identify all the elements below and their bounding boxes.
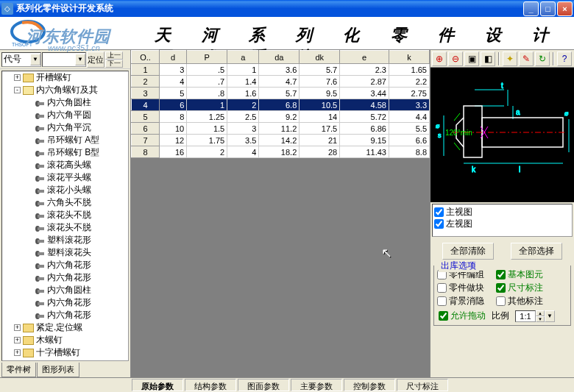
grid-row[interactable]: 581.252.59.2145.724.4 bbox=[132, 111, 430, 123]
grid-cell[interactable]: 4 bbox=[132, 99, 160, 111]
close-button[interactable]: × bbox=[557, 1, 573, 16]
tree-item[interactable]: 内六角平圆 bbox=[2, 109, 128, 121]
tree-item[interactable]: +紧定.定位螺 bbox=[2, 321, 128, 334]
grid-cell[interactable]: 28 bbox=[300, 146, 340, 158]
tree-item[interactable]: 六角头不脱 bbox=[2, 196, 128, 209]
grid-cell[interactable]: 6.86 bbox=[340, 123, 389, 135]
tree-item[interactable]: 内六角圆柱 bbox=[2, 284, 128, 296]
grid-cell[interactable]: 9.5 bbox=[300, 88, 340, 99]
grid-header[interactable]: a bbox=[227, 51, 259, 64]
ratio-input[interactable] bbox=[515, 310, 536, 322]
grid-cell[interactable]: 8 bbox=[132, 146, 160, 158]
grid-cell[interactable]: 4.7 bbox=[259, 76, 300, 88]
grid-cell[interactable]: .5 bbox=[187, 64, 227, 76]
grid-cell[interactable]: .8 bbox=[187, 88, 227, 99]
grid-cell[interactable]: 6 bbox=[132, 123, 160, 135]
grid-cell[interactable]: 1.65 bbox=[389, 64, 429, 76]
status-orig-param[interactable]: 原始参数 bbox=[132, 379, 183, 391]
select-all-button[interactable]: 全部选择 bbox=[511, 243, 562, 260]
chevron-down-icon[interactable]: ▼ bbox=[75, 54, 85, 65]
grid-cell[interactable]: 21 bbox=[300, 135, 340, 146]
grid-cell[interactable]: 1 bbox=[227, 64, 259, 76]
search-combo[interactable]: ▼ bbox=[42, 52, 86, 67]
grid-row[interactable]: 6101.5311.217.56.865.5 bbox=[132, 123, 430, 135]
tree-item[interactable]: 滚花头不脱 bbox=[2, 221, 128, 234]
other-anno-check[interactable] bbox=[496, 296, 506, 306]
grid-cell[interactable]: 3.3 bbox=[389, 99, 429, 111]
grid-cell[interactable]: 1 bbox=[132, 64, 160, 76]
tree-expander-icon[interactable]: + bbox=[14, 349, 21, 356]
grid-cell[interactable]: 5 bbox=[160, 88, 187, 99]
code-combo[interactable]: ▼ bbox=[1, 52, 41, 67]
grid-cell[interactable]: 5.72 bbox=[340, 111, 389, 123]
status-main-param[interactable]: 主要参数 bbox=[291, 379, 342, 391]
grid-cell[interactable]: 4 bbox=[227, 146, 259, 158]
grid-cell[interactable]: 3.6 bbox=[259, 64, 300, 76]
grid-row[interactable]: 7121.753.514.2219.156.6 bbox=[132, 135, 430, 146]
front-view-check[interactable] bbox=[434, 207, 444, 217]
tree-expander-icon[interactable]: + bbox=[14, 324, 21, 331]
status-struct-param[interactable]: 结构参数 bbox=[185, 379, 236, 391]
tree-expander-icon[interactable]: + bbox=[14, 74, 21, 81]
grid-cell[interactable]: 2 bbox=[132, 76, 160, 88]
grid-cell[interactable]: 8 bbox=[160, 111, 187, 123]
tree-expander-icon[interactable]: - bbox=[14, 87, 21, 93]
ratio-up-button[interactable]: ▲ bbox=[536, 310, 545, 316]
grid-row[interactable]: 8162418.22811.438.8 bbox=[132, 146, 430, 158]
ratio-combo-arrow[interactable]: ▼ bbox=[545, 310, 555, 322]
grid-cell[interactable]: 11.43 bbox=[340, 146, 389, 158]
grid-cell[interactable]: 5.5 bbox=[389, 123, 429, 135]
grid-cell[interactable]: 1 bbox=[187, 99, 227, 111]
tree-item[interactable]: 内六角圆柱 bbox=[2, 96, 128, 109]
grid-cell[interactable]: 4.4 bbox=[389, 111, 429, 123]
grid-cell[interactable]: 12 bbox=[160, 135, 187, 146]
tree-item[interactable]: 滚花平头螺 bbox=[2, 171, 128, 184]
grid-cell[interactable]: 3 bbox=[132, 88, 160, 99]
tree-item[interactable]: 滚花小头螺 bbox=[2, 184, 128, 196]
ratio-down-button[interactable]: ▼ bbox=[536, 316, 545, 322]
grid-cell[interactable]: 2.2 bbox=[389, 76, 429, 88]
grid-cell[interactable]: 1.75 bbox=[187, 135, 227, 146]
grid-cell[interactable]: 3 bbox=[227, 123, 259, 135]
grid-cell[interactable]: 6.8 bbox=[259, 99, 300, 111]
basic-prim-check[interactable] bbox=[496, 270, 506, 279]
grid-cell[interactable]: 1.25 bbox=[187, 111, 227, 123]
grid-cell[interactable]: 5 bbox=[132, 111, 160, 123]
grid-row[interactable]: 35.81.65.79.53.442.75 bbox=[132, 88, 430, 99]
grid-header[interactable]: d bbox=[160, 51, 187, 64]
next-button[interactable]: 下一 bbox=[105, 60, 123, 68]
tree-item[interactable]: 滚花头不脱 bbox=[2, 209, 128, 221]
status-ctrl-param[interactable]: 控制参数 bbox=[344, 379, 395, 391]
grid-header[interactable]: da bbox=[259, 51, 300, 64]
grid-cell[interactable]: 1.4 bbox=[227, 76, 259, 88]
grid-cell[interactable]: 18.2 bbox=[259, 146, 300, 158]
grid-cell[interactable]: 2 bbox=[187, 146, 227, 158]
tab-graphic-list[interactable]: 图形列表 bbox=[37, 363, 79, 377]
parts-tree[interactable]: +开槽螺钉-内六角螺钉及其内六角圆柱内六角平圆内六角平沉吊环螺钉 A型吊环螺钉 … bbox=[1, 71, 129, 361]
preview-viewport[interactable]: t a k l ⌀ s ⌀ bbox=[431, 68, 574, 202]
search-input[interactable] bbox=[43, 54, 75, 65]
grid-cell[interactable]: 16 bbox=[160, 146, 187, 158]
tree-item[interactable]: 内六角平沉 bbox=[2, 121, 128, 134]
clear-all-button[interactable]: 全部清除 bbox=[442, 243, 494, 260]
dim-anno-check[interactable] bbox=[496, 283, 506, 293]
tree-item[interactable]: +十字槽螺钉 bbox=[2, 346, 128, 359]
left-view-check[interactable] bbox=[434, 219, 444, 229]
tree-item[interactable]: 内六角花形 bbox=[2, 296, 128, 309]
tree-item[interactable]: 吊环螺钉 B型 bbox=[2, 146, 128, 159]
grid-header[interactable]: dk bbox=[300, 51, 340, 64]
grid-cell[interactable]: 6 bbox=[160, 99, 187, 111]
part-block-check[interactable] bbox=[437, 283, 447, 293]
prev-button[interactable]: 上一 bbox=[105, 51, 123, 60]
tree-expander-icon[interactable]: + bbox=[14, 337, 21, 343]
grid-cell[interactable]: 14 bbox=[300, 111, 340, 123]
grid-cell[interactable]: 17.5 bbox=[300, 123, 340, 135]
grid-cell[interactable]: 2.75 bbox=[389, 88, 429, 99]
grid-header[interactable]: O.. bbox=[132, 51, 160, 64]
grid-cell[interactable]: 2 bbox=[227, 99, 259, 111]
tab-parts-tree[interactable]: 零件树 bbox=[1, 363, 36, 377]
bg-hide-check[interactable] bbox=[437, 296, 447, 306]
grid-cell[interactable]: 2.5 bbox=[227, 111, 259, 123]
grid-cell[interactable]: 3.5 bbox=[227, 135, 259, 146]
tree-item[interactable]: 内六角花形 bbox=[2, 309, 128, 321]
